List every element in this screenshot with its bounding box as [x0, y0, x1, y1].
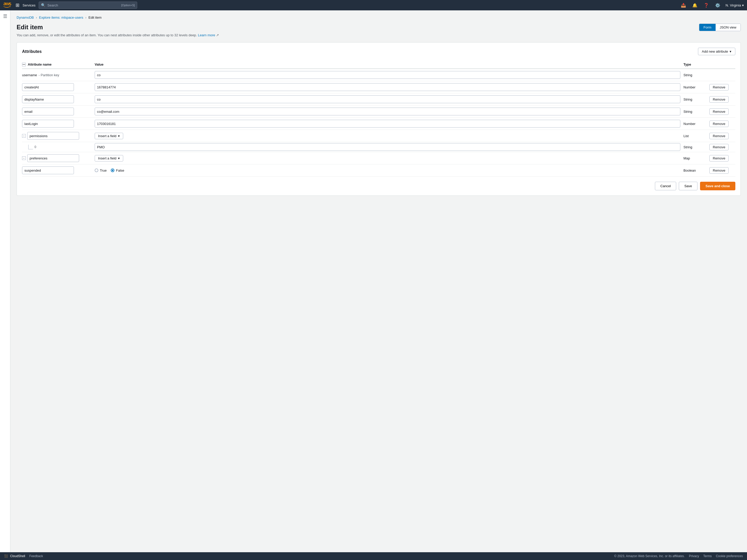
- displayName-remove-btn[interactable]: Remove: [710, 96, 728, 103]
- suspended-true-radio[interactable]: [95, 168, 98, 172]
- cancel-button[interactable]: Cancel: [655, 182, 676, 190]
- permissions-nested-name-cell: 0: [22, 142, 95, 152]
- page-title: Edit item: [17, 24, 43, 31]
- feedback-link[interactable]: Feedback: [29, 554, 43, 558]
- permissions-nested-remove-btn[interactable]: Remove: [710, 144, 728, 150]
- createdAt-value-cell[interactable]: [95, 81, 684, 93]
- breadcrumb-explore[interactable]: Explore items: mlspace-users: [39, 16, 83, 20]
- permissions-insert-btn[interactable]: Insert a field ▾: [95, 133, 123, 139]
- preferences-type-cell: Map: [684, 152, 710, 164]
- terms-link[interactable]: Terms: [703, 554, 712, 558]
- preferences-collapse-btn[interactable]: −: [22, 156, 26, 160]
- suspended-false-option[interactable]: False: [111, 168, 124, 172]
- save-button[interactable]: Save: [679, 182, 697, 190]
- suspended-type-cell: Boolean: [684, 164, 710, 177]
- lastLogin-value-cell[interactable]: [95, 118, 684, 130]
- email-name-cell[interactable]: [22, 106, 95, 118]
- region-selector[interactable]: N. Virginia ▾: [725, 3, 744, 7]
- notifications-icon[interactable]: 📥: [680, 2, 687, 9]
- permissions-collapse-btn[interactable]: −: [22, 134, 26, 138]
- table-row: String Remove: [22, 93, 735, 106]
- sidebar-menu-icon[interactable]: ☰: [3, 14, 7, 19]
- displayName-value-input[interactable]: [95, 96, 680, 103]
- suspended-remove-btn[interactable]: Remove: [710, 167, 728, 174]
- suspended-name-input[interactable]: [22, 166, 74, 174]
- permissions-nested-value-input[interactable]: [95, 143, 680, 151]
- save-and-close-button[interactable]: Save and close: [700, 182, 735, 190]
- settings-icon[interactable]: ⚙️: [714, 2, 721, 9]
- displayName-name-cell[interactable]: [22, 93, 95, 106]
- createdAt-name-cell[interactable]: [22, 81, 95, 93]
- add-attribute-btn[interactable]: Add new attribute ▾: [698, 48, 735, 55]
- createdAt-action-cell[interactable]: Remove: [710, 81, 735, 93]
- privacy-link[interactable]: Privacy: [689, 554, 699, 558]
- displayName-name-input[interactable]: [22, 96, 74, 103]
- bell-icon[interactable]: 🔔: [691, 2, 698, 9]
- help-icon[interactable]: ❓: [703, 2, 710, 9]
- permissions-nested-type-cell: String: [684, 142, 710, 152]
- main-content: DynamoDB › Explore items: mlspace-users …: [10, 10, 747, 552]
- services-link[interactable]: Services: [23, 3, 35, 7]
- preferences-value-cell[interactable]: Insert a field ▾: [95, 152, 684, 164]
- search-bar[interactable]: 🔍 [Option+S]: [38, 2, 137, 9]
- table-row: Number Remove: [22, 118, 735, 130]
- permissions-nested-action-cell[interactable]: Remove: [710, 142, 735, 152]
- suspended-boolean-options: True False: [95, 168, 680, 172]
- lastLogin-action-cell[interactable]: Remove: [710, 118, 735, 130]
- attributes-table: — Attribute name Value Type username: [22, 60, 735, 177]
- permissions-value-cell[interactable]: Insert a field ▾: [95, 130, 684, 142]
- createdAt-type-cell: Number: [684, 81, 710, 93]
- learn-more-link[interactable]: Learn more: [198, 33, 215, 37]
- email-remove-btn[interactable]: Remove: [710, 108, 728, 115]
- partition-key-label: - Partition key: [38, 73, 59, 77]
- attributes-title: Attributes: [22, 49, 42, 54]
- email-type-cell: String: [684, 106, 710, 118]
- lastLogin-value-input[interactable]: [95, 120, 680, 128]
- createdAt-remove-btn[interactable]: Remove: [710, 84, 728, 90]
- username-value-input[interactable]: [95, 71, 680, 79]
- cookie-link[interactable]: Cookie preferences: [716, 554, 743, 558]
- email-value-input[interactable]: [95, 108, 680, 115]
- table-row: True False Boolean Remove: [22, 164, 735, 177]
- view-toggle: Form JSON view: [699, 24, 741, 31]
- nav-icons: 📥 🔔 ❓ ⚙️ N. Virginia ▾: [680, 2, 744, 9]
- top-nav: ⊞ Services 🔍 [Option+S] 📥 🔔 ❓ ⚙️ N. Virg…: [0, 0, 747, 10]
- aws-logo: [3, 2, 12, 8]
- email-action-cell[interactable]: Remove: [710, 106, 735, 118]
- permissions-action-cell[interactable]: Remove: [710, 130, 735, 142]
- attributes-header: Attributes Add new attribute ▾: [22, 48, 735, 55]
- lastLogin-name-input[interactable]: [22, 120, 74, 128]
- suspended-true-option[interactable]: True: [95, 168, 107, 172]
- grid-icon[interactable]: ⊞: [16, 2, 20, 8]
- preferences-action-cell[interactable]: Remove: [710, 152, 735, 164]
- cloudshell-btn[interactable]: ⬛ CloudShell: [4, 554, 25, 558]
- email-value-cell[interactable]: [95, 106, 684, 118]
- form-view-btn[interactable]: Form: [699, 24, 715, 31]
- suspended-name-cell[interactable]: [22, 164, 95, 177]
- displayName-action-cell[interactable]: Remove: [710, 93, 735, 106]
- preferences-insert-btn[interactable]: Insert a field ▾: [95, 155, 123, 161]
- preferences-name-input[interactable]: [27, 154, 79, 162]
- lastLogin-remove-btn[interactable]: Remove: [710, 121, 728, 127]
- insert-field-arrow: ▾: [118, 134, 120, 138]
- search-input[interactable]: [48, 3, 119, 7]
- createdAt-value-input[interactable]: [95, 83, 680, 91]
- permissions-remove-btn[interactable]: Remove: [710, 133, 728, 139]
- permissions-nested-value-cell[interactable]: [95, 142, 684, 152]
- username-value-cell[interactable]: [95, 69, 684, 81]
- lastLogin-name-cell[interactable]: [22, 118, 95, 130]
- email-name-input[interactable]: [22, 108, 74, 115]
- suspended-value-cell: True False: [95, 164, 684, 177]
- suspended-action-cell[interactable]: Remove: [710, 164, 735, 177]
- permissions-name-cell: −: [22, 130, 95, 142]
- json-view-btn[interactable]: JSON view: [716, 24, 741, 31]
- preferences-remove-btn[interactable]: Remove: [710, 155, 728, 161]
- header-checkbox[interactable]: —: [22, 63, 26, 66]
- region-arrow: ▾: [742, 3, 744, 7]
- createdAt-name-input[interactable]: [22, 83, 74, 91]
- breadcrumb-dynamodb[interactable]: DynamoDB: [17, 16, 34, 20]
- permissions-name-input[interactable]: [27, 132, 79, 140]
- suspended-false-radio[interactable]: [111, 168, 114, 172]
- displayName-value-cell[interactable]: [95, 93, 684, 106]
- table-row: String Remove: [22, 106, 735, 118]
